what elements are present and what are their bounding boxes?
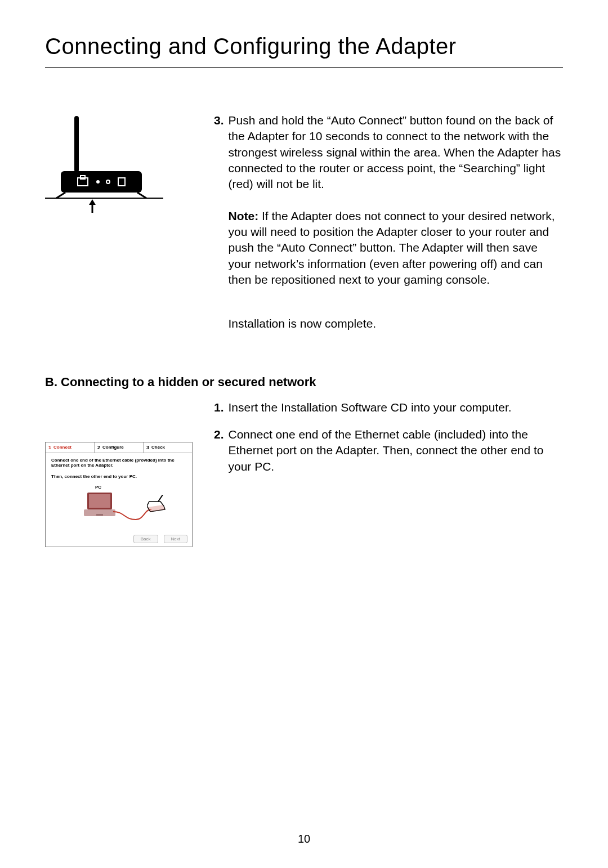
step3-number: 3. <box>214 113 224 332</box>
b-step2-number: 2. <box>214 427 224 475</box>
installer-tab-configure: 2 Configure <box>95 442 144 453</box>
tab2-label: Configure <box>102 445 124 450</box>
tab2-num: 2 <box>97 445 100 450</box>
b-step1-text: Insert the Installation Software CD into… <box>229 400 563 415</box>
step3-text: Push and hold the “Auto Connect” button … <box>229 113 563 332</box>
adapter-mini-icon <box>147 495 167 513</box>
install-complete: Installation is now complete. <box>229 316 563 332</box>
svg-point-4 <box>96 180 100 184</box>
section-b-heading: B. Connecting to a hidden or secured net… <box>45 375 563 390</box>
installer-body: Connect one end of the Ethernet cable (p… <box>46 453 192 533</box>
step3-note: Note: If the Adapter does not connect to… <box>229 208 563 288</box>
page: Connecting and Configuring the Adapter <box>0 0 608 868</box>
section-b-text-column: 1. Insert the Installation Software CD i… <box>214 400 563 486</box>
svg-rect-15 <box>96 514 103 516</box>
installer-tab-connect: 1 Connect <box>46 442 95 453</box>
adapter-icon <box>45 116 163 214</box>
note-label: Note: <box>229 209 259 222</box>
installer-diagram: PC <box>51 485 186 527</box>
title-rule <box>45 67 563 68</box>
section-b-row: 1 Connect 2 Configure 3 Check Connect on… <box>45 400 563 547</box>
tab3-num: 3 <box>146 445 149 450</box>
laptop-icon <box>83 491 117 520</box>
step3-text-column: 3. Push and hold the “Auto Connect” butt… <box>214 113 563 343</box>
svg-marker-11 <box>89 199 96 205</box>
installer-body-text-1: Connect one end of the Ethernet cable (p… <box>51 458 186 468</box>
svg-line-7 <box>56 193 65 198</box>
adapter-illustration-column <box>45 113 214 217</box>
installer-next-button: Next <box>164 535 187 543</box>
installer-screenshot-column: 1 Connect 2 Configure 3 Check Connect on… <box>45 400 214 547</box>
installer-tabs: 1 Connect 2 Configure 3 Check <box>46 442 192 453</box>
b-step2: 2. Connect one end of the Ethernet cable… <box>214 427 563 475</box>
b-step1: 1. Insert the Installation Software CD i… <box>214 400 563 415</box>
b-step1-number: 1. <box>214 400 224 415</box>
installer-tab-check: 3 Check <box>144 442 192 453</box>
page-number: 10 <box>0 833 608 845</box>
pc-label: PC <box>95 485 101 490</box>
step3-body: Push and hold the “Auto Connect” button … <box>229 114 561 190</box>
step3-row: 3. Push and hold the “Auto Connect” butt… <box>45 113 563 343</box>
svg-marker-18 <box>148 505 165 512</box>
svg-rect-13 <box>89 494 110 508</box>
installer-buttons: Back Next <box>46 533 192 547</box>
adapter-illustration <box>45 116 214 217</box>
installer-body-text-2: Then, connect the other end to your PC. <box>51 474 186 479</box>
page-title: Connecting and Configuring the Adapter <box>45 34 563 59</box>
note-text: If the Adapter does not connect to your … <box>229 209 555 286</box>
tab3-label: Check <box>151 445 165 450</box>
svg-rect-0 <box>74 116 79 172</box>
installer-window: 1 Connect 2 Configure 3 Check Connect on… <box>45 442 193 547</box>
tab1-num: 1 <box>48 445 51 450</box>
installer-back-button: Back <box>133 535 158 543</box>
svg-line-16 <box>158 495 163 502</box>
step3: 3. Push and hold the “Auto Connect” butt… <box>214 113 563 332</box>
tab1-label: Connect <box>53 445 71 450</box>
b-step2-text: Connect one end of the Ethernet cable (i… <box>229 427 563 475</box>
svg-rect-1 <box>61 171 142 193</box>
svg-line-8 <box>137 193 146 198</box>
